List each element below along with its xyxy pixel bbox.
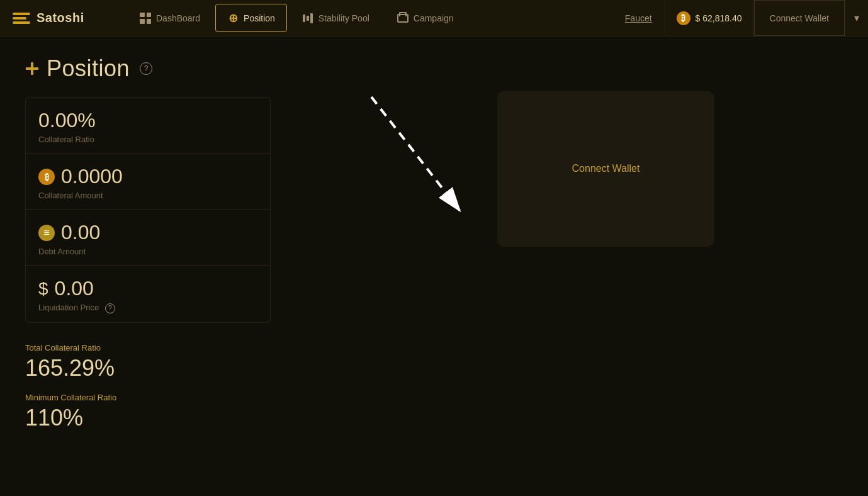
nav-chevron-button[interactable]: ▾ (845, 0, 868, 36)
nav-stability-label: Stability Pool (318, 13, 369, 23)
btc-coin-icon: ₿ (38, 169, 55, 185)
minimum-collateral-ratio-label: Minimum Collateral Ratio (25, 393, 843, 402)
connect-wallet-card: Connect Wallet (497, 91, 714, 247)
collateral-amount-card: ₿ 0.0000 Collateral Amount (26, 154, 270, 210)
main-content: Position ? 0.00% Collateral Ratio ₿ 0.00… (0, 37, 868, 461)
faucet-button[interactable]: Faucet (612, 13, 665, 23)
page-title: Position (47, 55, 130, 82)
debt-amount-card: ≡ 0.00 Debt Amount (26, 210, 270, 266)
nav-dashboard-label: DashBoard (156, 13, 200, 23)
navbar: Satoshi DashBoard ⊕ Position Stability P (0, 0, 868, 37)
logo-line-3 (13, 21, 30, 24)
nav-campaign-label: Campaign (414, 13, 454, 23)
liquidation-price-label: Liquidation Price ? (38, 303, 257, 313)
campaign-icon (397, 13, 409, 24)
total-collateral-ratio-label: Total Collateral Ratio (25, 343, 843, 352)
logo-line-1 (13, 13, 30, 15)
logo-icon (13, 13, 30, 24)
nav-stability-pool[interactable]: Stability Pool (288, 0, 383, 36)
liquidation-dollar-sign: $ (38, 279, 48, 299)
arrow-decoration (359, 91, 485, 238)
app-name: Satoshi (37, 11, 84, 25)
nav-right: Faucet ₿ $ 62,818.40 Connect Wallet ▾ (612, 0, 868, 36)
btc-price: $ 62,818.40 (696, 13, 742, 23)
connect-wallet-nav-button[interactable]: Connect Wallet (754, 0, 845, 36)
dashboard-icon (140, 13, 151, 24)
page-header: Position ? (25, 55, 843, 82)
liquidation-price-value: $ 0.00 (38, 277, 257, 300)
btc-icon: ₿ (677, 11, 690, 25)
liquidation-help-icon[interactable]: ? (105, 303, 115, 313)
debt-coin-icon: ≡ (38, 225, 55, 241)
logo-area: Satoshi (0, 11, 126, 25)
debt-amount-value: ≡ 0.00 (38, 221, 257, 244)
collateral-amount-label: Collateral Amount (38, 191, 257, 200)
position-icon: ⊕ (227, 13, 239, 24)
page-help-icon[interactable]: ? (140, 62, 152, 75)
stats-panel: 0.00% Collateral Ratio ₿ 0.0000 Collater… (25, 97, 271, 323)
right-area: Connect Wallet (296, 97, 843, 247)
minimum-collateral-ratio-value: 110% (25, 405, 843, 431)
connect-wallet-card-label[interactable]: Connect Wallet (572, 163, 640, 174)
nav-items: DashBoard ⊕ Position Stability Pool Camp… (126, 0, 612, 36)
collateral-ratio-card: 0.00% Collateral Ratio (26, 98, 270, 154)
price-badge: ₿ $ 62,818.40 (665, 0, 754, 36)
stability-pool-icon (302, 13, 313, 24)
liquidation-price-card: $ 0.00 Liquidation Price ? (26, 266, 270, 322)
dashed-arrow-svg (359, 91, 485, 235)
collateral-ratio-label: Collateral Ratio (38, 135, 257, 144)
chevron-down-icon: ▾ (854, 13, 859, 23)
nav-position-label: Position (244, 13, 275, 23)
nav-campaign[interactable]: Campaign (383, 0, 468, 36)
page-position-icon (25, 62, 39, 76)
bottom-stats: Total Collateral Ratio 165.29% Minimum C… (25, 343, 843, 442)
debt-amount-label: Debt Amount (38, 247, 257, 256)
nav-dashboard[interactable]: DashBoard (126, 0, 214, 36)
collateral-ratio-value: 0.00% (38, 109, 257, 132)
content-row: 0.00% Collateral Ratio ₿ 0.0000 Collater… (25, 97, 843, 323)
logo-line-2 (13, 17, 26, 20)
dashed-arrow-line (371, 97, 459, 210)
collateral-amount-value: ₿ 0.0000 (38, 165, 257, 188)
total-collateral-ratio-value: 165.29% (25, 355, 843, 381)
nav-position[interactable]: ⊕ Position (215, 4, 287, 32)
